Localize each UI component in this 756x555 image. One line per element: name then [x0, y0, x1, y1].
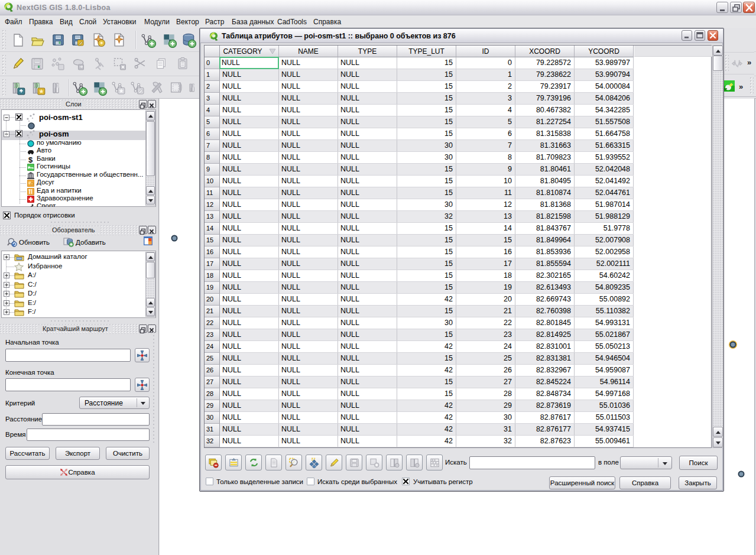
svg-text:$: $: [28, 156, 33, 163]
